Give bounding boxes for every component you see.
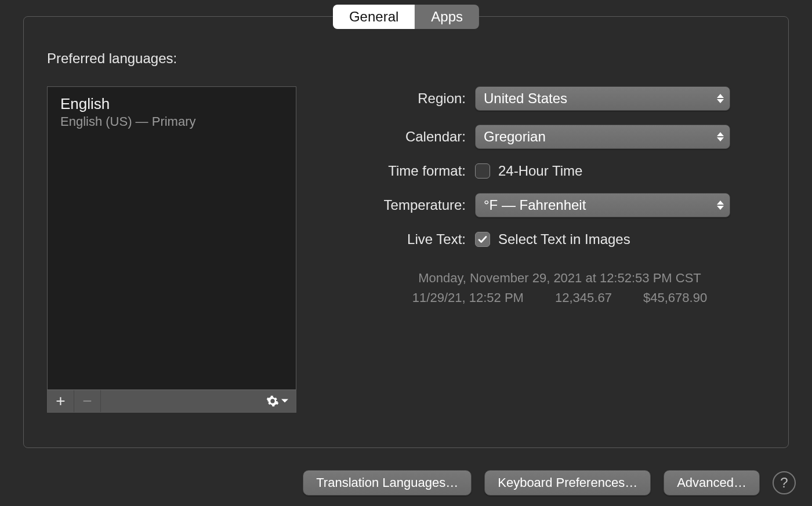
live-text-label: Live Text: [325, 231, 475, 247]
updown-icon [717, 132, 724, 142]
updown-icon [717, 201, 724, 210]
calendar-select[interactable]: Gregorian [475, 125, 730, 149]
temperature-select[interactable]: °F — Fahrenheit [475, 193, 730, 217]
keyboard-preferences-button[interactable]: Keyboard Preferences… [484, 470, 651, 496]
remove-language-button[interactable]: − [74, 390, 101, 412]
translation-languages-button[interactable]: Translation Languages… [303, 470, 472, 496]
time-format-option: 24-Hour Time [498, 163, 582, 179]
minus-icon: − [82, 392, 92, 410]
language-list-container: English English (US) — Primary + − [47, 86, 296, 413]
advanced-button[interactable]: Advanced… [664, 470, 760, 496]
time-format-label: Time format: [325, 163, 475, 179]
tab-bar: General Apps [333, 5, 479, 29]
plus-icon: + [56, 392, 65, 410]
temperature-value: °F — Fahrenheit [484, 197, 586, 213]
help-icon: ? [780, 475, 788, 491]
language-item[interactable]: English English (US) — Primary [60, 95, 283, 129]
language-list[interactable]: English English (US) — Primary [47, 86, 296, 389]
region-value: United States [484, 90, 567, 107]
language-name: English [60, 95, 283, 113]
live-text-checkbox[interactable] [475, 232, 490, 247]
settings-group: Preferred languages: English English (US… [23, 16, 789, 448]
add-language-button[interactable]: + [48, 390, 74, 412]
temperature-label: Temperature: [325, 197, 475, 213]
format-example: Monday, November 29, 2021 at 12:52:53 PM… [325, 268, 765, 308]
tab-general[interactable]: General [333, 5, 415, 29]
help-button[interactable]: ? [773, 471, 796, 494]
bottom-bar: Translation Languages… Keyboard Preferen… [0, 470, 812, 496]
language-actions-menu[interactable] [259, 390, 296, 412]
calendar-value: Gregorian [484, 129, 546, 145]
language-toolbar: + − [47, 389, 296, 413]
live-text-option: Select Text in Images [498, 231, 630, 247]
updown-icon [717, 94, 724, 104]
toolbar-spacer [101, 390, 259, 412]
region-label: Region: [325, 90, 475, 107]
preferred-languages-label: Preferred languages: [47, 50, 765, 67]
gear-icon [266, 395, 279, 407]
example-long-date: Monday, November 29, 2021 at 12:52:53 PM… [354, 268, 765, 288]
time-format-checkbox[interactable] [475, 163, 490, 179]
tab-apps[interactable]: Apps [415, 5, 479, 29]
region-select[interactable]: United States [475, 86, 730, 111]
example-currency: $45,678.90 [643, 290, 707, 305]
example-number: 12,345.67 [555, 290, 612, 305]
check-icon [477, 234, 488, 245]
region-settings: Region: United States Calendar: Gregoria… [325, 86, 765, 308]
chevron-down-icon [281, 398, 288, 405]
example-short-date: 11/29/21, 12:52 PM [412, 290, 524, 305]
language-detail: English (US) — Primary [60, 114, 283, 129]
calendar-label: Calendar: [325, 129, 475, 145]
